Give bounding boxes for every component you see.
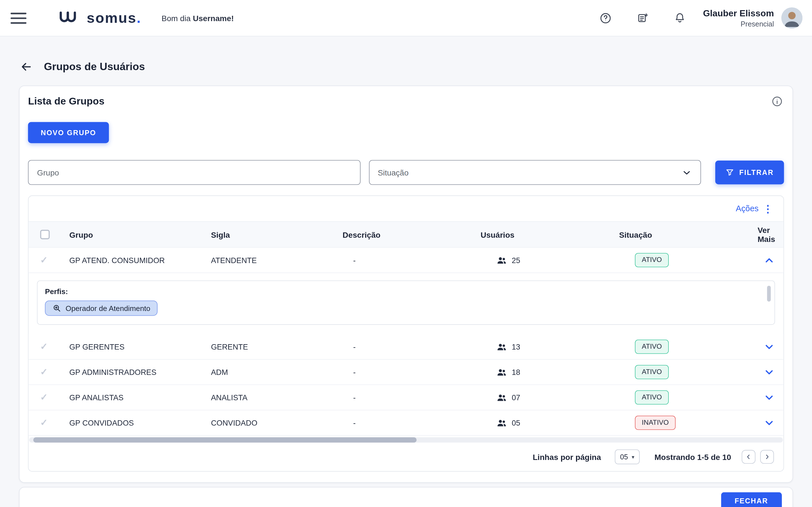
cell-situacao: ATIVO bbox=[619, 339, 758, 354]
search-plus-icon bbox=[52, 304, 61, 313]
check-icon: ✓ bbox=[40, 255, 48, 266]
table-row: ✓GP CONVIDADOSCONVIDADO-05INATIVO bbox=[29, 410, 783, 436]
greeting: Bom dia Username! bbox=[161, 13, 234, 22]
horizontal-scrollbar[interactable] bbox=[29, 438, 783, 443]
cell-situacao: ATIVO bbox=[619, 390, 758, 404]
cell-situacao: INATIVO bbox=[619, 415, 758, 430]
cell-descricao: - bbox=[343, 393, 480, 402]
page-title: Grupos de Usuários bbox=[44, 61, 145, 73]
cell-descricao: - bbox=[343, 342, 480, 351]
select-all-checkbox[interactable] bbox=[40, 230, 50, 239]
cell-sigla: CONVIDADO bbox=[211, 418, 343, 427]
users-count: 18 bbox=[512, 368, 520, 376]
users-icon bbox=[497, 367, 507, 378]
cell-grupo: GP ADMINISTRADORES bbox=[69, 368, 211, 376]
users-count: 13 bbox=[512, 342, 520, 351]
chevron-down-icon bbox=[681, 167, 692, 178]
cell-usuarios: 07 bbox=[480, 392, 619, 403]
kebab-icon: ⋮ bbox=[763, 204, 773, 214]
perfil-chip[interactable]: Operador de Atendimento bbox=[45, 300, 158, 316]
expand-row-button[interactable] bbox=[761, 364, 777, 380]
cell-grupo: GP ATEND. CONSUMIDOR bbox=[69, 256, 211, 264]
pagination-range: Mostrando 1-5 de 10 bbox=[654, 452, 731, 461]
actions-button[interactable]: Ações ⋮ bbox=[733, 203, 776, 214]
column-header: Usuários bbox=[480, 230, 619, 239]
back-arrow-icon[interactable] bbox=[20, 61, 32, 73]
perfis-chips: Operador de Atendimento bbox=[45, 300, 767, 316]
cell-situacao: ATIVO bbox=[619, 365, 758, 379]
users-count: 07 bbox=[512, 393, 520, 402]
user-status: Presencial bbox=[703, 20, 774, 27]
table-row: ✓GP ADMINISTRADORESADM-18ATIVO bbox=[29, 360, 783, 385]
footer-bar: FECHAR bbox=[19, 487, 793, 507]
table-row: ✓GP ANALISTASANALISTA-07ATIVO bbox=[29, 385, 783, 410]
rows-per-page-label: Linhas por página bbox=[532, 452, 601, 461]
table-body: ✓GP ATEND. CONSUMIDORATENDENTE-25ATIVOPe… bbox=[29, 247, 783, 436]
table-header: GrupoSiglaDescriçãoUsuáriosSituaçãoVer M… bbox=[29, 221, 783, 248]
check-icon: ✓ bbox=[40, 367, 48, 378]
rows-per-page-select[interactable]: 05 ▾ bbox=[615, 450, 640, 464]
table-row: ✓GP GERENTESGERENTE-13ATIVO bbox=[29, 334, 783, 360]
expand-row-button[interactable] bbox=[761, 415, 777, 431]
cell-grupo: GP CONVIDADOS bbox=[69, 418, 211, 427]
cell-sigla: GERENTE bbox=[211, 342, 343, 351]
users-count: 25 bbox=[512, 256, 520, 264]
scrollbar-thumb[interactable] bbox=[33, 438, 416, 443]
users-icon bbox=[497, 417, 507, 428]
prev-page-button[interactable] bbox=[742, 450, 756, 464]
expand-row-button[interactable] bbox=[761, 339, 777, 355]
menu-icon[interactable] bbox=[11, 12, 27, 23]
column-header: Situação bbox=[619, 230, 758, 239]
users-icon bbox=[497, 392, 507, 403]
pagination-bar: Linhas por página 05 ▾ Mostrando 1-5 de … bbox=[29, 443, 783, 471]
info-icon[interactable] bbox=[770, 95, 784, 108]
table-row: ✓GP ATEND. CONSUMIDORATENDENTE-25ATIVO bbox=[29, 247, 783, 273]
column-header: Descrição bbox=[343, 230, 480, 239]
groups-card: Lista de Grupos NOVO GRUPO Situação bbox=[19, 86, 793, 483]
cell-usuarios: 18 bbox=[480, 367, 619, 378]
check-icon: ✓ bbox=[40, 392, 48, 403]
row-expansion-panel: Perfis:Operador de Atendimento bbox=[37, 281, 775, 325]
status-badge: ATIVO bbox=[635, 339, 669, 354]
cell-descricao: - bbox=[343, 256, 480, 264]
filter-icon bbox=[725, 168, 734, 177]
column-header: Sigla bbox=[211, 230, 343, 239]
group-filter-input[interactable] bbox=[28, 160, 360, 185]
cell-sigla: ADM bbox=[211, 368, 343, 376]
close-button[interactable]: FECHAR bbox=[721, 492, 782, 507]
users-count: 05 bbox=[512, 418, 520, 427]
situation-select[interactable]: Situação bbox=[369, 160, 701, 185]
user-info[interactable]: Glauber Elissom Presencial bbox=[703, 8, 774, 28]
cell-usuarios: 13 bbox=[480, 341, 619, 352]
filter-row: Situação FILTRAR bbox=[28, 160, 784, 185]
groups-table: Ações ⋮ GrupoSiglaDescriçãoUsuáriosSitua… bbox=[28, 195, 784, 472]
note-add-icon[interactable] bbox=[632, 7, 653, 29]
avatar[interactable] bbox=[781, 7, 802, 29]
card-title: Lista de Grupos bbox=[28, 96, 104, 107]
cell-grupo: GP GERENTES bbox=[69, 342, 211, 351]
logo-icon bbox=[59, 11, 82, 25]
page-content: Grupos de Usuários Lista de Grupos NOVO … bbox=[0, 61, 812, 507]
expand-row-button[interactable] bbox=[761, 390, 777, 405]
cell-sigla: ANALISTA bbox=[211, 393, 343, 402]
caret-down-icon: ▾ bbox=[631, 454, 634, 460]
cell-situacao: ATIVO bbox=[619, 253, 758, 267]
logo-text: somus. bbox=[87, 11, 142, 25]
cell-usuarios: 25 bbox=[480, 255, 619, 266]
notifications-icon[interactable] bbox=[669, 7, 690, 29]
new-group-button[interactable]: NOVO GRUPO bbox=[28, 122, 109, 143]
app-logo: somus. bbox=[59, 11, 142, 25]
vertical-scrollbar[interactable] bbox=[767, 286, 771, 301]
users-icon bbox=[497, 255, 507, 266]
status-badge: INATIVO bbox=[635, 415, 675, 430]
column-header: Ver Mais bbox=[758, 226, 784, 244]
cell-descricao: - bbox=[343, 368, 480, 376]
cell-sigla: ATENDENTE bbox=[211, 256, 343, 264]
actions-bar: Ações ⋮ bbox=[29, 196, 783, 221]
cell-grupo: GP ANALISTAS bbox=[69, 393, 211, 402]
collapse-row-button[interactable] bbox=[761, 252, 777, 268]
page-head: Grupos de Usuários bbox=[20, 61, 792, 73]
filter-button[interactable]: FILTRAR bbox=[715, 161, 784, 184]
help-icon[interactable] bbox=[595, 7, 616, 29]
next-page-button[interactable] bbox=[760, 450, 774, 464]
